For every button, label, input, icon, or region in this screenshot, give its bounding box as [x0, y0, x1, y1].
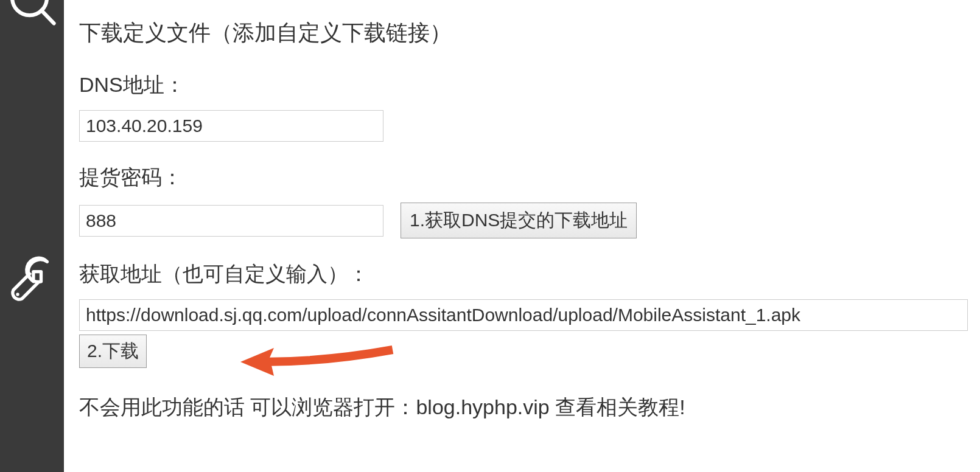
password-field-group: 提货密码： 1.获取DNS提交的下载地址 [79, 164, 968, 238]
help-text: 不会用此功能的话 可以浏览器打开：blog.hyphp.vip 查看相关教程! [79, 394, 968, 422]
wrench-icon[interactable] [8, 255, 57, 304]
sidebar [0, 0, 64, 472]
fetch-dns-button[interactable]: 1.获取DNS提交的下载地址 [401, 203, 637, 238]
url-field-group: 获取地址（也可自定义输入）： 2.下载 [79, 260, 968, 368]
download-button[interactable]: 2.下载 [79, 335, 147, 368]
dns-field-group: DNS地址： [79, 71, 968, 142]
url-input[interactable] [79, 299, 968, 331]
url-label: 获取地址（也可自定义输入）： [79, 260, 968, 288]
main-content: 下载定义文件（添加自定义下载链接） DNS地址： 提货密码： 1.获取DNS提交… [64, 0, 980, 472]
svg-point-2 [16, 293, 19, 296]
password-label: 提货密码： [79, 164, 968, 192]
dns-label: DNS地址： [79, 71, 968, 99]
password-input[interactable] [79, 205, 383, 237]
svg-line-1 [41, 10, 54, 23]
page-title: 下载定义文件（添加自定义下载链接） [79, 18, 968, 48]
magnifier-icon[interactable] [8, 0, 57, 30]
dns-input[interactable] [79, 110, 383, 142]
